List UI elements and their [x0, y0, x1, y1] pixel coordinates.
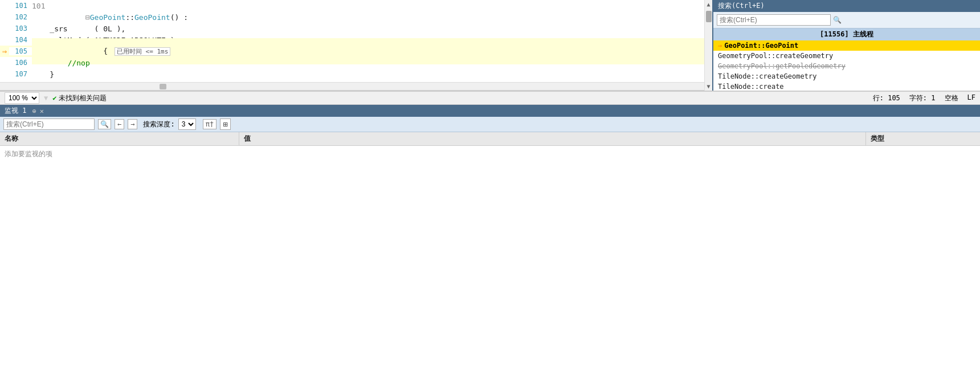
zoom-control[interactable]: 100 % 75 % 125 % 150 % — [5, 92, 39, 104]
status-ok-icon: ✔ — [52, 94, 56, 102]
status-message: 未找到相关问题 — [59, 93, 107, 103]
h-scrollbar-thumb[interactable] — [160, 84, 166, 89]
line-number-102: 102 — [9, 13, 32, 21]
code-line-102: 102 ⊟GeoPoint::GeoPoint() : — [0, 11, 704, 23]
time-badge: 已用时间 <= 1ms — [115, 47, 170, 56]
call-stack-item-4[interactable]: TileNode::create — [713, 81, 980, 91]
encoding-info: LF — [967, 93, 975, 103]
watch-table: 名称 值 类型 添加要监视的项 — [0, 132, 980, 392]
col-type-header: 类型 — [866, 132, 980, 145]
active-arrow-icon: ⇒ — [718, 42, 722, 50]
line-number-104: 104 — [9, 36, 32, 44]
app-container: 101 101 102 ⊟GeoPoint::GeoPoint() : 103 … — [0, 0, 980, 392]
call-stack-item-1[interactable]: GeometryPool::createGeometry — [713, 51, 980, 61]
call-stack-item-label: GeoPoint::GeoPoint — [724, 42, 798, 50]
item-label-3: TileNode::createGeometry — [718, 72, 816, 80]
add-hint-text: 添加要监视的项 — [5, 150, 52, 158]
line-arrow-105: ⇒ — [0, 47, 9, 56]
v-scrollbar-track[interactable] — [706, 9, 712, 82]
call-stack-search-bar: 🔍 — [713, 12, 980, 28]
code-line-103: 103 _srs ( 0L ), — [0, 23, 704, 34]
status-divider-1: ▼ — [44, 94, 48, 102]
editor-v-scrollbar[interactable]: ▲ ▼ — [704, 0, 712, 91]
line-number-101: 101 — [9, 2, 32, 10]
line-number-106: 106 — [9, 59, 32, 67]
call-stack-title: 搜索(Ctrl+E) — [718, 1, 765, 11]
line-text-103: _srs ( 0L ), — [32, 24, 704, 33]
watch-panel-title: 监视 1 — [5, 106, 26, 116]
item-label-4: TileNode::create — [718, 83, 784, 91]
call-stack-list: ⇒ GeoPoint::GeoPoint GeometryPool::creat… — [713, 40, 980, 91]
status-bar: 100 % 75 % 125 % 150 % ▼ ✔ 未找到相关问题 行: 10… — [0, 91, 980, 105]
watch-panel-header: 监视 1 ⊕ ✕ — [0, 105, 980, 117]
call-stack-item-3[interactable]: TileNode::createGeometry — [713, 71, 980, 81]
filter-icon[interactable]: π† — [203, 119, 217, 129]
zoom-select[interactable]: 100 % 75 % 125 % 150 % — [5, 92, 39, 104]
watch-add-hint[interactable]: 添加要监视的项 — [0, 146, 980, 162]
code-line-107: 107 } — [0, 68, 704, 80]
watch-pin-icon[interactable]: ⊕ — [32, 107, 36, 115]
item-label-2: GeometryPool::getPooledGeometry — [718, 62, 846, 70]
line-text-106: //nop — [32, 59, 704, 67]
watch-forward-btn[interactable]: → — [128, 119, 137, 129]
watch-table-header: 名称 值 类型 — [0, 132, 980, 146]
search-icon[interactable]: 🔍 — [833, 16, 842, 24]
call-stack-header: 搜索(Ctrl+E) — [713, 0, 980, 12]
v-scrollbar-thumb[interactable] — [706, 11, 712, 22]
call-stack-item-active[interactable]: ⇒ GeoPoint::GeoPoint — [713, 40, 980, 51]
watch-back-btn[interactable]: ← — [115, 119, 124, 129]
line-number-107: 107 — [9, 70, 32, 78]
call-stack-thread: [11556] 主线程 — [713, 28, 980, 40]
line-number-103: 103 — [9, 24, 32, 32]
scroll-up-arrow[interactable]: ▲ — [707, 1, 710, 7]
depth-select[interactable]: 3 1 2 4 5 — [178, 119, 196, 130]
depth-label: 搜索深度: — [143, 120, 174, 129]
watch-search-input[interactable] — [3, 119, 95, 130]
watch-search-icon[interactable]: 🔍 — [98, 119, 111, 129]
call-stack-item-2[interactable]: GeometryPool::getPooledGeometry — [713, 61, 980, 71]
code-lines: 101 101 102 ⊟GeoPoint::GeoPoint() : 103 … — [0, 0, 704, 91]
watch-close-icon[interactable]: ✕ — [40, 107, 44, 115]
line-number-105: 105 — [9, 47, 32, 55]
code-line-105: ⇒ 105 { 已用时间 <= 1ms — [0, 46, 704, 57]
code-line-106: 106 //nop — [0, 57, 704, 68]
col-name-header: 名称 — [0, 132, 239, 145]
col-info: 字符: 1 — [909, 93, 936, 103]
row-info: 行: 105 — [873, 93, 900, 103]
scroll-down-arrow[interactable]: ▼ — [707, 83, 710, 89]
code-editor: 101 101 102 ⊟GeoPoint::GeoPoint() : 103 … — [0, 0, 704, 91]
h-scrollbar[interactable] — [0, 82, 704, 90]
item-label-1: GeometryPool::createGeometry — [718, 52, 833, 60]
status-ok-indicator: ✔ 未找到相关问题 — [52, 93, 107, 103]
space-info: 空格 — [945, 93, 958, 103]
thread-label: [11556] 主线程 — [820, 30, 873, 38]
col-value-header: 值 — [239, 132, 866, 145]
watch-toolbar: 🔍 ← → 搜索深度: 3 1 2 4 5 π† ⊞ — [0, 117, 980, 132]
call-stack-panel: 搜索(Ctrl+E) 🔍 [11556] 主线程 ⇒ GeoPoint::Geo… — [712, 0, 980, 91]
grid-icon[interactable]: ⊞ — [220, 119, 230, 130]
watch-panel: 监视 1 ⊕ ✕ 🔍 ← → 搜索深度: 3 1 2 4 5 π† ⊞ 名称 — [0, 105, 980, 392]
call-stack-search-input[interactable] — [717, 14, 831, 26]
status-right: 行: 105 字符: 1 空格 LF — [873, 93, 975, 103]
line-text-107: } — [32, 70, 704, 79]
